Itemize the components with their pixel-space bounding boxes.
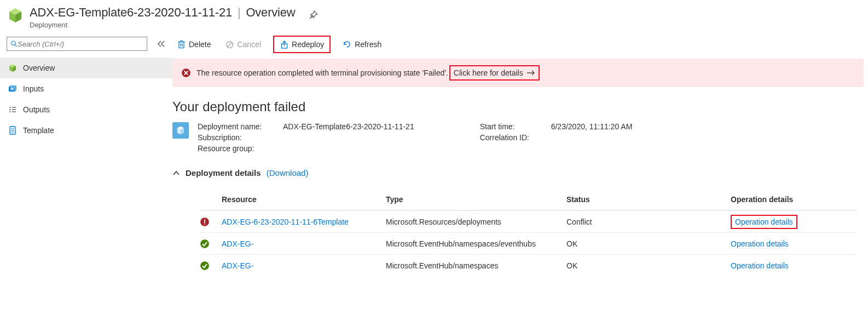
sidebar-item-overview[interactable]: Overview [0, 58, 172, 78]
table-row: ADX-EG-Microsoft.EventHub/namespacesOKOp… [200, 254, 857, 276]
sidebar-item-template[interactable]: Template [0, 120, 172, 141]
refresh-icon [343, 40, 351, 49]
operation-status: OK [566, 239, 731, 248]
resource-type-label: Deployment [30, 21, 296, 29]
operation-details-link[interactable]: Operation details [731, 215, 797, 229]
pin-icon[interactable] [309, 10, 319, 20]
search-icon [10, 40, 18, 48]
resource-link[interactable]: ADX-EG- [222, 261, 386, 270]
resource-type: Microsoft.EventHub/namespaces/eventhubs [386, 239, 566, 248]
sidebar-item-outputs[interactable]: Outputs [0, 99, 172, 120]
subscription-value [283, 133, 414, 142]
success-icon [200, 261, 210, 271]
operation-status: OK [566, 261, 731, 270]
refresh-button[interactable]: Refresh [340, 39, 384, 50]
redeploy-icon [280, 40, 288, 49]
sidebar-item-label: Overview [23, 64, 55, 72]
svg-line-4 [15, 45, 16, 47]
operation-status: Conflict [566, 217, 731, 226]
deployment-name-value: ADX-EG-Template6-23-2020-11-11-21 [283, 122, 414, 131]
operation-details-link[interactable]: Operation details [731, 261, 789, 270]
title-block: ADX-EG-Template6-23-2020-11-11-21 | Over… [30, 5, 296, 29]
template-icon [8, 125, 18, 135]
svg-point-3 [11, 41, 15, 45]
chevron-up-icon[interactable] [172, 170, 180, 176]
cancel-icon [225, 40, 234, 49]
error-message: The resource operation completed with te… [196, 68, 448, 77]
inputs-icon [8, 84, 18, 94]
arrow-right-icon [526, 70, 535, 76]
delete-button[interactable]: Delete [175, 39, 213, 50]
resource-link[interactable]: ADX-EG-6-23-2020-11-11-6Template [222, 217, 386, 226]
deployment-details-header: Deployment details (Download) [172, 168, 868, 177]
command-bar: Delete Cancel [172, 33, 868, 58]
resource-type-icon [7, 7, 24, 24]
col-opdetails: Operation details [731, 195, 857, 204]
resource-type: Microsoft.Resources/deployments [386, 217, 566, 226]
meta-right: Start time: 6/23/2020, 11:11:20 AM Corre… [480, 122, 633, 142]
correlation-id-label: Correlation ID: [480, 133, 551, 142]
error-icon [181, 68, 191, 78]
svg-rect-39 [204, 219, 205, 222]
table-header: Resource Type Status Operation details [200, 188, 857, 210]
page-title: ADX-EG-Template6-23-2020-11-11-21 | Over… [30, 5, 296, 20]
resource-type: Microsoft.EventHub/namespaces [386, 261, 566, 270]
resource-link[interactable]: ADX-EG- [222, 239, 386, 248]
col-type: Type [386, 195, 566, 204]
correlation-id-value [551, 133, 633, 142]
col-resource: Resource [222, 195, 386, 204]
page-header: ADX-EG-Template6-23-2020-11-11-21 | Over… [0, 0, 868, 31]
svg-rect-9 [10, 85, 16, 90]
overview-icon [8, 63, 18, 73]
sidebar-item-label: Inputs [23, 84, 44, 93]
sidebar: Overview Inputs Outputs [0, 31, 172, 276]
sidebar-item-inputs[interactable]: Inputs [0, 78, 172, 99]
search-input[interactable] [7, 37, 147, 51]
sidebar-item-label: Template [23, 126, 54, 135]
subscription-label: Subscription: [198, 133, 280, 142]
svg-rect-20 [179, 42, 184, 48]
deployment-meta: Deployment name: ADX-EG-Template6-23-202… [172, 122, 868, 153]
deployment-table: Resource Type Status Operation details A… [200, 188, 857, 276]
delete-icon [177, 40, 186, 49]
sidebar-item-label: Outputs [23, 105, 50, 114]
start-time-value: 6/23/2020, 11:11:20 AM [551, 122, 633, 131]
error-details-link[interactable]: Click here for details [449, 65, 540, 81]
error-banner: The resource operation completed with te… [172, 59, 864, 87]
resource-name: ADX-EG-Template6-23-2020-11-11-21 [30, 5, 232, 19]
download-link[interactable]: (Download) [267, 168, 309, 177]
table-row: ADX-EG-Microsoft.EventHub/namespaces/eve… [200, 232, 857, 254]
svg-point-42 [200, 261, 209, 270]
operation-details-link[interactable]: Operation details [731, 239, 789, 248]
meta-left: Deployment name: ADX-EG-Template6-23-202… [198, 122, 414, 153]
blade-name: Overview [246, 5, 295, 19]
outputs-icon [8, 105, 18, 114]
deployment-name-label: Deployment name: [198, 122, 280, 131]
success-icon [200, 239, 210, 249]
start-time-label: Start time: [480, 122, 551, 131]
redeploy-button[interactable]: Redeploy [273, 36, 331, 53]
status-heading: Your deployment failed [172, 99, 868, 114]
col-status: Status [566, 195, 731, 204]
resource-group-value [283, 144, 414, 153]
deployment-details-label: Deployment details [186, 168, 261, 177]
error-icon [200, 217, 210, 227]
svg-rect-40 [204, 223, 205, 224]
resource-group-label: Resource group: [198, 144, 280, 153]
svg-line-28 [228, 42, 232, 47]
cancel-button: Cancel [223, 39, 263, 50]
main-content: Delete Cancel [172, 31, 868, 276]
collapse-sidebar-button[interactable] [157, 40, 166, 48]
svg-point-41 [200, 239, 209, 248]
table-row: ADX-EG-6-23-2020-11-11-6TemplateMicrosof… [200, 210, 857, 232]
deployment-badge-icon [172, 122, 189, 139]
